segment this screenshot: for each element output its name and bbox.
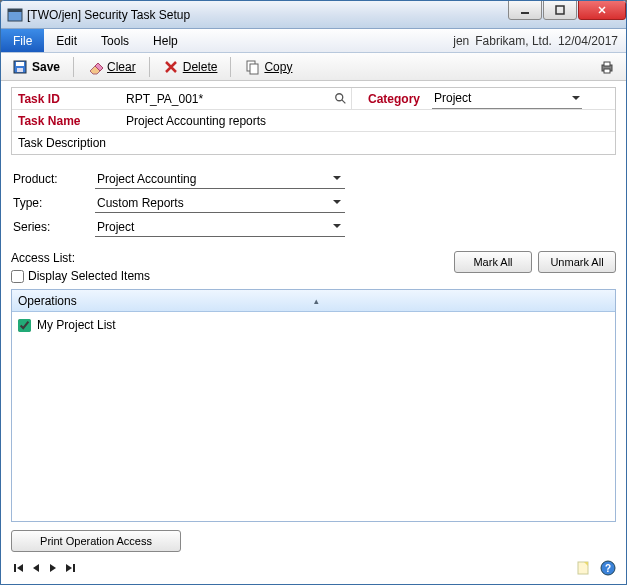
header-fields: Task ID Category Project Task Name Task …: [11, 87, 616, 155]
printer-icon: [599, 59, 615, 75]
nav-next-button[interactable]: [45, 560, 61, 576]
save-label: Save: [32, 60, 60, 74]
menu-edit[interactable]: Edit: [44, 29, 89, 52]
operations-header[interactable]: Operations ▴: [12, 290, 615, 312]
print-operation-access-button[interactable]: Print Operation Access: [11, 530, 181, 552]
copy-label: Copy: [264, 60, 292, 74]
title-bar: [TWO/jen] Security Task Setup: [1, 1, 626, 29]
clear-button[interactable]: Clear: [80, 56, 143, 78]
type-select[interactable]: Custom Reports: [95, 193, 345, 213]
close-button[interactable]: [578, 0, 626, 20]
save-icon: [12, 59, 28, 75]
svg-rect-1: [8, 9, 22, 12]
delete-icon: [163, 59, 179, 75]
print-button[interactable]: [592, 56, 622, 78]
series-label: Series:: [11, 220, 95, 234]
help-icon[interactable]: ?: [600, 560, 616, 576]
svg-line-15: [342, 99, 346, 103]
svg-point-14: [335, 93, 342, 100]
operations-header-label: Operations: [18, 294, 77, 308]
svg-rect-10: [250, 64, 258, 74]
type-label: Type:: [11, 196, 95, 210]
operations-panel: Operations ▴ My Project List: [11, 289, 616, 522]
display-selected-label: Display Selected Items: [28, 269, 150, 283]
copy-button[interactable]: Copy: [237, 56, 299, 78]
nav-last-button[interactable]: [62, 560, 78, 576]
svg-rect-13: [604, 69, 610, 73]
svg-rect-21: [73, 564, 75, 572]
mark-all-button[interactable]: Mark All: [454, 251, 532, 273]
delete-button[interactable]: Delete: [156, 56, 225, 78]
svg-rect-16: [14, 564, 16, 572]
status-company: Fabrikam, Ltd.: [475, 34, 552, 48]
access-row: Access List: Display Selected Items Mark…: [11, 251, 616, 283]
record-nav: ?: [11, 560, 616, 576]
product-select[interactable]: Project Accounting: [95, 169, 345, 189]
task-id-label: Task ID: [12, 88, 122, 109]
display-selected-checkbox[interactable]: [11, 270, 24, 283]
svg-marker-17: [17, 564, 23, 572]
eraser-icon: [87, 59, 103, 75]
category-select[interactable]: Project: [432, 89, 582, 109]
svg-rect-2: [521, 12, 529, 14]
separator: [149, 57, 150, 77]
content-area: Task ID Category Project Task Name Task …: [1, 81, 626, 584]
menu-file[interactable]: File: [1, 29, 44, 52]
filter-dropdowns: Product: Project Accounting Type: Custom…: [11, 169, 616, 241]
svg-marker-20: [66, 564, 72, 572]
unmark-all-button[interactable]: Unmark All: [538, 251, 616, 273]
maximize-button[interactable]: [543, 0, 577, 20]
status-date: 12/04/2017: [558, 34, 618, 48]
svg-text:?: ?: [605, 563, 611, 574]
category-label: Category: [352, 88, 430, 109]
minimize-button[interactable]: [508, 0, 542, 20]
window-controls: [508, 0, 626, 20]
product-label: Product:: [11, 172, 95, 186]
task-desc-input[interactable]: [124, 134, 613, 152]
operation-checkbox[interactable]: [18, 319, 31, 332]
nav-prev-button[interactable]: [28, 560, 44, 576]
note-icon[interactable]: [576, 560, 592, 576]
separator: [230, 57, 231, 77]
delete-label: Delete: [183, 60, 218, 74]
operation-item[interactable]: My Project List: [18, 316, 609, 334]
access-list-label: Access List:: [11, 251, 454, 265]
task-name-label: Task Name: [12, 110, 122, 131]
task-id-input[interactable]: [124, 90, 332, 108]
display-selected-check[interactable]: Display Selected Items: [11, 269, 454, 283]
menu-bar: File Edit Tools Help jen Fabrikam, Ltd. …: [1, 29, 626, 53]
sort-arrow-icon: ▴: [314, 296, 319, 306]
app-icon: [7, 7, 23, 23]
menu-tools[interactable]: Tools: [89, 29, 141, 52]
operation-label: My Project List: [37, 318, 116, 332]
clear-label: Clear: [107, 60, 136, 74]
task-name-input[interactable]: [124, 112, 613, 130]
separator: [73, 57, 74, 77]
save-button[interactable]: Save: [5, 56, 67, 78]
app-window: [TWO/jen] Security Task Setup File Edit …: [0, 0, 627, 585]
series-select[interactable]: Project: [95, 217, 345, 237]
status-area: jen Fabrikam, Ltd. 12/04/2017: [453, 29, 626, 52]
svg-rect-12: [604, 62, 610, 66]
svg-rect-5: [16, 62, 24, 66]
svg-marker-18: [33, 564, 39, 572]
svg-rect-3: [556, 6, 564, 14]
operations-list: My Project List: [12, 312, 615, 521]
nav-first-button[interactable]: [11, 560, 27, 576]
menu-help[interactable]: Help: [141, 29, 190, 52]
svg-rect-6: [17, 68, 23, 72]
status-user: jen: [453, 34, 469, 48]
lookup-icon[interactable]: [332, 90, 349, 108]
task-desc-label: Task Description: [12, 132, 122, 154]
svg-marker-19: [50, 564, 56, 572]
toolbar: Save Clear Delete Copy: [1, 53, 626, 81]
copy-icon: [244, 59, 260, 75]
